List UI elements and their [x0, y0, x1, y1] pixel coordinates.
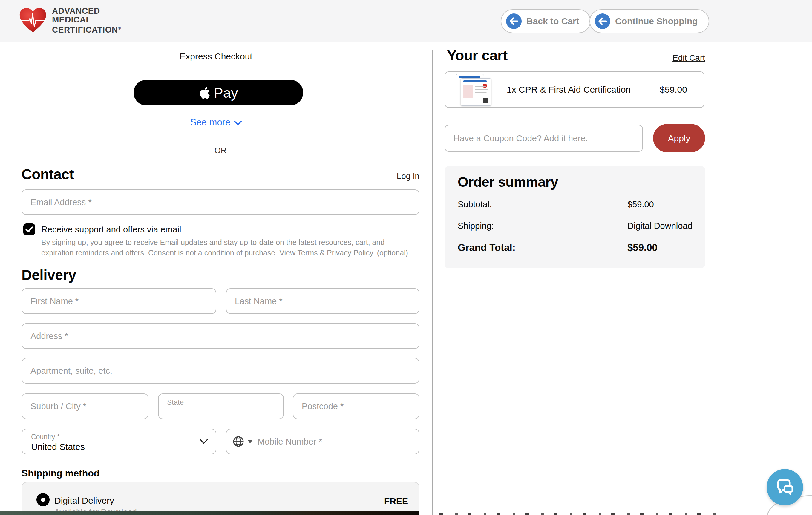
radio-selected-icon[interactable]	[36, 493, 50, 506]
edit-cart-link[interactable]: Edit Cart	[447, 53, 705, 63]
divider-line	[22, 150, 207, 151]
order-summary-panel: Order summary Subtotal: $59.00 Shipping:…	[444, 166, 705, 268]
shipping-option-label: Digital Delivery	[54, 495, 114, 506]
below-fold-image-strip	[0, 511, 419, 515]
check-icon	[25, 226, 33, 233]
state-field[interactable]: State	[158, 394, 284, 419]
apartment-input[interactable]	[22, 358, 419, 383]
email-optin-checkbox[interactable]	[23, 224, 35, 235]
apple-pay-label: Pay	[214, 85, 238, 101]
shipping-value: Digital Download	[627, 221, 693, 231]
email-optin-label: Receive support and offers via email	[41, 225, 181, 234]
registered-mark: ®	[118, 26, 121, 30]
brand-logo: ADVANCED MEDICAL CERTIFICATION®	[19, 6, 121, 34]
grand-total-label: Grand Total:	[458, 242, 516, 253]
or-divider: OR	[22, 146, 419, 155]
shipping-option-price: FREE	[384, 496, 408, 506]
chat-widget-button[interactable]	[766, 469, 803, 506]
state-input[interactable]	[166, 407, 279, 416]
chevron-down-icon	[234, 121, 242, 125]
mobile-number-input[interactable]	[257, 436, 413, 447]
shipping-method-heading: Shipping method	[22, 468, 99, 479]
card-text-line	[475, 92, 487, 93]
cart-item-price: $59.00	[660, 85, 687, 95]
apple-pay-button[interactable]: Pay	[134, 80, 303, 106]
chat-icon	[776, 479, 794, 495]
express-checkout-title: Express Checkout	[0, 51, 432, 61]
heart-ekg-icon	[19, 6, 47, 34]
back-to-cart-button[interactable]: Back to Cart	[501, 9, 591, 33]
card-text-line	[475, 86, 486, 87]
country-select[interactable]: Country * United States	[22, 429, 216, 454]
column-divider	[432, 50, 433, 515]
divider-line	[234, 150, 419, 151]
suburb-city-input[interactable]	[22, 394, 148, 419]
delivery-heading: Delivery	[22, 267, 76, 283]
card-qr-code	[483, 98, 489, 103]
mobile-number-field[interactable]	[226, 429, 419, 454]
apple-icon	[199, 86, 211, 100]
product-thumbnail	[454, 74, 489, 105]
brand-line-2: MEDICAL	[52, 15, 121, 24]
log-in-link[interactable]: Log in	[22, 171, 419, 181]
shipping-label: Shipping:	[458, 221, 494, 231]
card-title-bar	[459, 76, 480, 78]
apply-coupon-button[interactable]: Apply	[653, 124, 705, 152]
country-label: Country *	[31, 433, 60, 441]
chevron-down-icon	[200, 439, 208, 444]
back-arrow-icon	[595, 13, 610, 29]
country-value: United States	[31, 442, 85, 452]
address-input[interactable]	[22, 323, 419, 349]
certificate-card-front	[461, 78, 491, 106]
coupon-code-input[interactable]	[444, 125, 643, 152]
continue-shopping-button[interactable]: Continue Shopping	[589, 9, 709, 33]
shipping-option-digital-delivery[interactable]: Digital Delivery Available for Download …	[22, 482, 419, 515]
see-more-link[interactable]: See more	[0, 117, 432, 128]
dropdown-caret-icon[interactable]	[248, 440, 253, 443]
brand-line-3: CERTIFICATION®	[52, 24, 121, 34]
last-name-input[interactable]	[226, 288, 419, 314]
or-label: OR	[214, 146, 227, 155]
order-summary-heading: Order summary	[458, 174, 558, 190]
header-bar: ADVANCED MEDICAL CERTIFICATION® Back to …	[0, 0, 812, 42]
email-input[interactable]	[22, 190, 419, 215]
cart-item-row: 1x CPR & First Aid Certification $59.00	[444, 71, 704, 108]
back-to-cart-label: Back to Cart	[526, 16, 579, 26]
back-arrow-icon	[506, 13, 522, 29]
globe-icon	[232, 435, 244, 448]
state-label: State	[167, 398, 184, 406]
brand-line-1: ADVANCED	[52, 6, 121, 15]
email-optin-fine-print: By signing up, you agree to receive Emai…	[41, 237, 409, 258]
card-pink-panel	[463, 85, 473, 98]
subtotal-value: $59.00	[627, 200, 654, 209]
brand-name: ADVANCED MEDICAL CERTIFICATION®	[52, 6, 121, 34]
continue-shopping-label: Continue Shopping	[615, 16, 698, 26]
card-title-bar	[463, 80, 487, 82]
cart-item-label: 1x CPR & First Aid Certification	[507, 85, 631, 95]
grand-total-value: $59.00	[627, 242, 658, 253]
checkout-page: ADVANCED MEDICAL CERTIFICATION® Back to …	[0, 0, 812, 515]
cutoff-content-strip	[439, 513, 723, 515]
card-text-line	[475, 89, 488, 90]
first-name-input[interactable]	[22, 288, 216, 314]
subtotal-label: Subtotal:	[458, 200, 492, 209]
postcode-input[interactable]	[293, 394, 419, 419]
